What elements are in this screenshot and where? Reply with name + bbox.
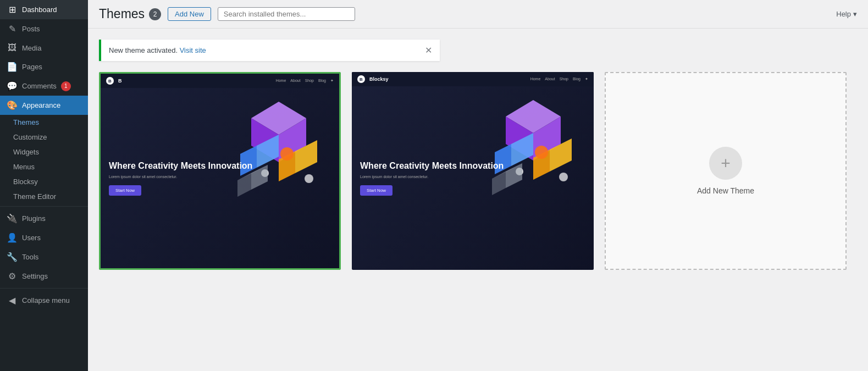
nav-icon-2: ✦ [585,77,588,81]
hero-text-2: Where Creativity Meets Innovation Lorem … [360,160,504,195]
sidebar-item-settings[interactable]: ⚙ Settings [0,267,88,286]
blocksy-logo-text-2: Blocksy [369,76,389,82]
add-theme-label: Add New Theme [697,186,754,195]
blocksy-nav-links: Home About Shop Blog ✦ [276,79,334,83]
notification-bar: New theme activated. Visit site ✕ [99,40,440,61]
menus-label: Menus [13,163,35,171]
tools-icon: 🔧 [7,252,18,262]
sidebar-item-label: Posts [22,25,40,33]
nav-link-about: About [290,79,300,83]
users-icon: 👤 [7,232,18,243]
sidebar-item-posts[interactable]: ✎ Posts [0,19,88,38]
sidebar-item-customize[interactable]: Customize [0,130,88,145]
svg-point-29 [559,173,568,181]
nav-link-home: Home [276,79,286,83]
chevron-down-icon: ▾ [853,10,857,18]
sidebar-item-label: Comments [22,82,57,90]
sidebar-item-label: Media [22,44,41,52]
sidebar-item-media[interactable]: 🖼 Media [0,38,88,57]
add-new-button[interactable]: Add New [168,7,211,21]
media-icon: 🖼 [7,43,18,53]
content-area: New theme activated. Visit site ✕ B B Ho… [88,29,868,371]
blocksy-logo-icon-2: B [357,75,365,83]
sidebar: ⊞ Dashboard ✎ Posts 🖼 Media 📄 Pages 💬 Co… [0,0,88,371]
sidebar-item-label: Users [22,234,41,242]
notification-text: New theme activated. Visit site [109,46,206,54]
themes-count-badge: 2 [149,8,161,20]
add-theme-icon: + [709,147,742,180]
theme-navbar-2: B Blocksy Home About Shop Blog ✦ [352,72,594,86]
sidebar-item-label: Tools [22,253,38,261]
hero-cta-button-2[interactable]: Start Now [360,185,392,196]
sidebar-item-dashboard[interactable]: ⊞ Dashboard [0,0,88,19]
sidebar-item-label: Pages [22,63,42,71]
dashboard-icon: ⊞ [7,4,18,15]
collapse-icon: ◀ [7,295,18,306]
sidebar-item-themes[interactable]: Themes [0,115,88,130]
sidebar-item-appearance[interactable]: 🎨 Appearance [0,96,88,115]
add-new-theme-card[interactable]: + Add New Theme [605,72,847,270]
settings-icon: ⚙ [7,271,18,281]
nav-link-blog: Blog [318,79,326,83]
help-button[interactable]: Help ▾ [836,10,857,18]
posts-icon: ✎ [7,24,18,34]
plugins-icon: 🔌 [7,213,18,224]
sidebar-item-theme-editor[interactable]: Theme Editor [0,189,88,204]
customize-label: Customize [13,133,47,141]
appearance-icon: 🎨 [7,100,18,110]
sidebar-item-users[interactable]: 👤 Users [0,228,88,247]
themes-grid: B B Home About Shop Blog ✦ Where [99,72,857,270]
blocksy-nav-links-2: Home About Shop Blog ✦ [530,77,588,81]
theme-hero-2: Where Creativity Meets Innovation Lorem … [352,86,594,270]
visit-site-link[interactable]: Visit site [180,46,206,54]
nav-link-shop: Shop [305,79,314,83]
svg-point-9 [280,147,294,160]
hero-text: Where Creativity Meets Innovation Lorem … [109,160,252,195]
sidebar-item-widgets[interactable]: Widgets [0,145,88,159]
theme-thumbnail: B B Home About Shop Blog ✦ Where [101,74,339,268]
hero-sub: Lorem ipsum dolor sit amet consectetur. [109,175,252,179]
blocksy-logo-icon: B [106,77,114,85]
sidebar-item-label: Dashboard [22,5,57,14]
theme-navbar: B B Home About Shop Blog ✦ [101,74,339,88]
sidebar-item-label: Settings [22,272,48,280]
theme-thumbnail-blocksy: B Blocksy Home About Shop Blog ✦ [352,72,594,270]
sidebar-item-pages[interactable]: 📄 Pages [0,57,88,76]
svg-point-14 [305,174,313,183]
nav-link-shop-2: Shop [560,77,568,81]
svg-point-24 [535,146,548,159]
themes-label: Themes [13,118,39,126]
collapse-menu-button[interactable]: ◀ Collapse menu [0,291,88,310]
hero-title-2: Where Creativity Meets Innovation [360,160,504,171]
theme-editor-label: Theme Editor [13,192,56,201]
notification-close-button[interactable]: ✕ [425,45,432,56]
blocksy-label: Blocksy [13,178,38,186]
sidebar-item-comments[interactable]: 💬 Comments 1 [0,76,88,96]
plus-icon: + [721,154,731,173]
sidebar-item-menus[interactable]: Menus [0,159,88,174]
main-content: Themes 2 Add New Help ▾ New theme activa… [88,0,868,371]
nav-link-home-2: Home [530,77,541,81]
sidebar-item-plugins[interactable]: 🔌 Plugins [0,209,88,228]
features-bar: ⚡ Cursus Metus ✦ Tincidunt Ornare ▦ Quis… [101,268,339,270]
blocksy-logo-text: B [118,78,122,84]
nav-link-icon: ✦ [330,79,334,83]
pages-icon: 📄 [7,62,18,72]
top-bar: Themes 2 Add New Help ▾ [88,0,868,29]
comments-icon: 💬 [7,81,18,91]
sidebar-item-blocksy[interactable]: Blocksy [0,174,88,189]
collapse-label: Collapse menu [22,296,70,304]
theme-card-blocksy[interactable]: B Blocksy Home About Shop Blog ✦ [352,72,594,270]
sidebar-item-tools[interactable]: 🔧 Tools [0,247,88,267]
hero-cta-button[interactable]: Start Now [109,185,141,196]
theme-hero: Where Creativity Meets Innovation Lorem … [101,88,339,268]
search-input[interactable] [218,7,355,21]
nav-link-about-2: About [545,77,555,81]
theme-card-blocksy-child[interactable]: B B Home About Shop Blog ✦ Where [99,72,341,270]
widgets-label: Widgets [13,148,39,156]
sidebar-item-label: Appearance [22,101,60,109]
sidebar-item-label: Plugins [22,214,46,223]
comments-badge: 1 [61,81,71,91]
hero-title: Where Creativity Meets Innovation [109,160,252,171]
page-title-wrap: Themes 2 [99,7,161,21]
